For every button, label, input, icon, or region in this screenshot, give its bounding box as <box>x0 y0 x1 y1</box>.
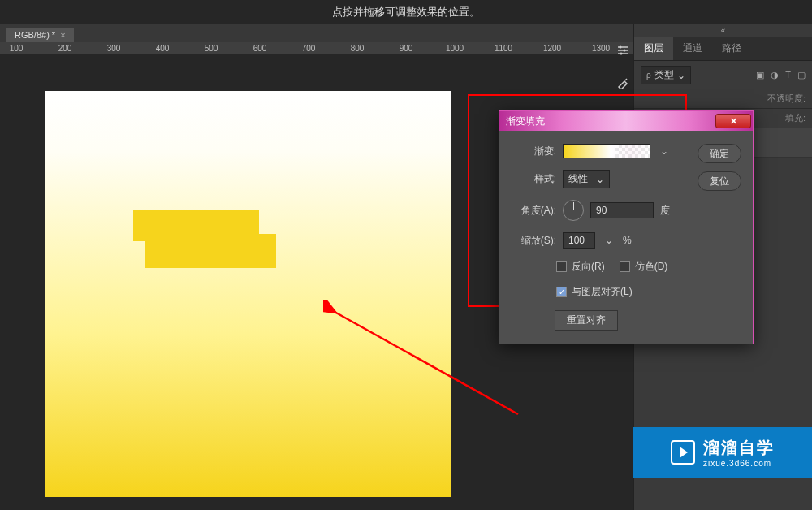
play-icon <box>671 440 695 465</box>
filter-shape-icon[interactable]: ▢ <box>797 70 806 80</box>
angle-unit: 度 <box>660 204 670 218</box>
angle-label: 角度(A): <box>511 204 556 218</box>
chevron-down-icon: ⌄ <box>596 174 604 185</box>
tab-label: RGB/8#) * <box>15 30 55 40</box>
svg-point-4 <box>620 53 623 55</box>
svg-point-3 <box>624 50 626 52</box>
kind-filter[interactable]: ρ 类型 ⌄ <box>641 66 691 84</box>
reverse-label: 反向(R) <box>572 260 605 274</box>
dialog-titlebar[interactable]: 渐变填充 ✕ <box>499 111 753 131</box>
adjustments-icon[interactable] <box>611 39 634 62</box>
reset-align-row: 重置对齐 <box>511 310 688 331</box>
reset-align-button[interactable]: 重置对齐 <box>555 310 618 331</box>
align-checkbox[interactable] <box>556 287 567 297</box>
opacity-row: 不透明度: <box>634 89 812 108</box>
style-label: 样式: <box>511 172 556 186</box>
watermark-sub: zixue.3d66.com <box>703 459 775 468</box>
watermark-text: 溜溜自学 zixue.3d66.com <box>703 437 775 468</box>
watermark: 溜溜自学 zixue.3d66.com <box>633 427 812 478</box>
scale-unit: % <box>623 235 632 246</box>
reverse-checkbox[interactable] <box>556 261 567 272</box>
align-label: 与图层对齐(L) <box>572 285 633 299</box>
filter-adjust-icon[interactable]: ◑ <box>771 70 779 80</box>
hint-text: 点按并拖移可调整效果的位置。 <box>332 6 480 18</box>
dither-checkbox-wrap[interactable]: 仿色(D) <box>620 260 668 274</box>
fill-label[interactable]: 填充: <box>785 112 806 124</box>
angle-row: 角度(A): 90 度 <box>511 200 688 221</box>
dialog-title: 渐变填充 <box>506 115 715 128</box>
svg-point-2 <box>620 46 622 49</box>
chevron-down-icon: ⌄ <box>677 70 685 81</box>
ok-button[interactable]: 确定 <box>698 144 741 163</box>
close-button[interactable]: ✕ <box>715 114 751 128</box>
angle-input[interactable]: 90 <box>590 202 654 218</box>
kind-label: 类型 <box>654 68 674 82</box>
scale-input[interactable]: 100 <box>563 232 595 249</box>
gradient-label: 渐变: <box>511 145 556 158</box>
chevron-down-icon[interactable]: ⌄ <box>657 145 672 157</box>
chevron-down-icon[interactable]: ⌄ <box>602 235 616 246</box>
gradient-fill-dialog: 渐变填充 ✕ 渐变: ⌄ 样式: 线性 ⌄ 角度(A): <box>499 110 754 344</box>
scale-label: 缩放(S): <box>511 234 556 248</box>
canvas-shape <box>145 234 276 268</box>
reverse-checkbox-wrap[interactable]: 反向(R) <box>556 260 605 274</box>
scale-row: 缩放(S): 100 ⌄ % <box>511 232 688 249</box>
dialog-body: 渐变: ⌄ 样式: 线性 ⌄ 角度(A): 90 度 缩放(S): <box>499 131 753 344</box>
panel-toolstrip <box>611 39 634 104</box>
tab-layers[interactable]: 图层 <box>634 37 673 60</box>
style-value: 线性 <box>568 172 588 186</box>
hint-bar: 点按并拖移可调整效果的位置。 <box>0 0 812 24</box>
tab-paths[interactable]: 路径 <box>712 37 751 60</box>
document-tab[interactable]: RGB/8#) * × <box>6 28 74 42</box>
panel-collapse[interactable]: « <box>634 24 812 37</box>
search-icon: ρ <box>646 71 651 80</box>
watermark-title: 溜溜自学 <box>703 437 775 459</box>
checkbox-row-2: 与图层对齐(L) <box>511 285 688 299</box>
close-icon[interactable]: × <box>60 30 65 40</box>
style-select[interactable]: 线性 ⌄ <box>563 170 610 188</box>
filter-text-icon[interactable]: T <box>785 70 791 80</box>
filter-pixel-icon[interactable]: ▣ <box>756 70 764 80</box>
angle-dial[interactable] <box>563 200 584 221</box>
panel-tabs: 图层 通道 路径 <box>634 37 812 61</box>
dither-checkbox[interactable] <box>620 261 630 272</box>
tools-icon[interactable] <box>611 71 634 94</box>
tab-channels[interactable]: 通道 <box>673 37 712 60</box>
dither-label: 仿色(D) <box>635 260 668 274</box>
align-checkbox-wrap[interactable]: 与图层对齐(L) <box>556 285 633 299</box>
layer-filter-row: ρ 类型 ⌄ ▣ ◑ T ▢ <box>634 61 812 89</box>
style-row: 样式: 线性 ⌄ <box>511 170 688 188</box>
gradient-picker[interactable] <box>563 144 650 158</box>
filter-icons: ▣ ◑ T ▢ <box>756 70 806 80</box>
opacity-label[interactable]: 不透明度: <box>767 93 806 105</box>
reset-button[interactable]: 复位 <box>698 171 741 191</box>
gradient-row: 渐变: ⌄ <box>511 144 688 158</box>
checkbox-row-1: 反向(R) 仿色(D) <box>511 260 688 274</box>
close-icon: ✕ <box>730 116 737 127</box>
canvas[interactable] <box>45 91 451 497</box>
